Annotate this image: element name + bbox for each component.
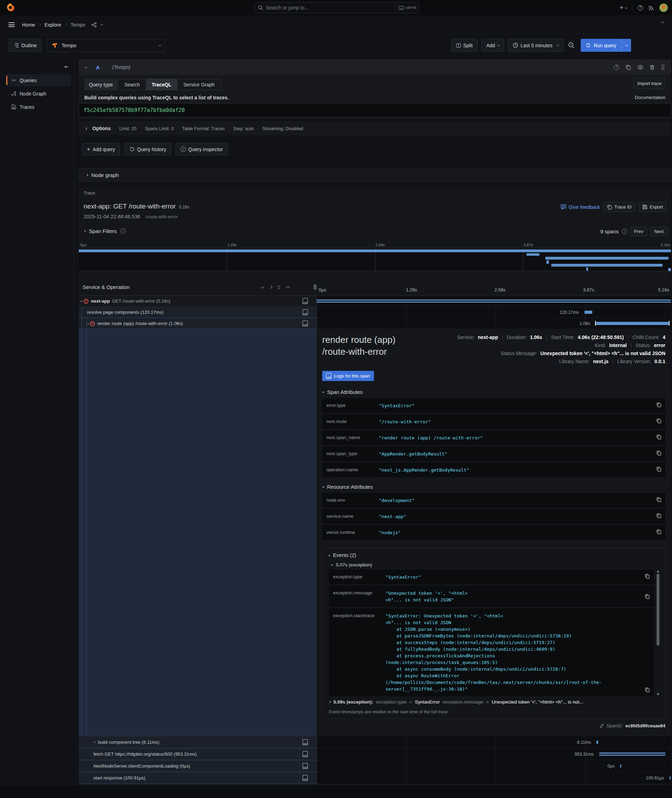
span-row-label[interactable]: render route (app) /route-with-error (1.… bbox=[79, 318, 317, 329]
copy-icon[interactable] bbox=[657, 418, 661, 423]
event-2-toggle[interactable]: 5.09s (exception): exception.type = Synt… bbox=[326, 696, 661, 706]
menu-icon[interactable] bbox=[8, 22, 15, 27]
import-trace-button[interactable]: Import trace bbox=[634, 78, 666, 89]
tab-traceql[interactable]: TraceQL bbox=[146, 79, 178, 90]
log-icon[interactable] bbox=[302, 751, 308, 757]
time-range-picker[interactable]: Last 5 minutes bbox=[508, 39, 563, 52]
trash-icon[interactable] bbox=[650, 65, 654, 70]
share-icon[interactable] bbox=[91, 22, 97, 28]
copy-icon[interactable] bbox=[645, 688, 650, 692]
query-options-row[interactable]: Options Limit: 20 Spans Limit: 3 Table F… bbox=[79, 122, 671, 135]
run-query-dropdown[interactable] bbox=[621, 39, 631, 52]
split-button[interactable]: Split bbox=[451, 39, 477, 52]
log-icon[interactable] bbox=[302, 763, 308, 769]
traceql-query-input[interactable]: f5c245afb507570b9f77a7bfba0daf20 bbox=[79, 103, 671, 117]
help-icon[interactable]: ? bbox=[614, 65, 619, 70]
scroll-down-icon[interactable] bbox=[657, 693, 659, 696]
copy-icon[interactable] bbox=[657, 513, 661, 518]
log-icon[interactable] bbox=[302, 309, 308, 315]
add-query-button[interactable]: + Add query bbox=[82, 143, 120, 155]
news-icon[interactable] bbox=[648, 5, 654, 11]
sidebar-item-traces[interactable]: Traces bbox=[6, 101, 71, 113]
drag-handle-icon[interactable] bbox=[661, 64, 665, 70]
sidebar-item-node-graph[interactable]: Node Graph bbox=[6, 88, 71, 100]
span-row-label[interactable]: resolve page components (120.17ms) bbox=[79, 307, 317, 318]
add-button[interactable]: Add bbox=[482, 39, 504, 52]
query-history-button[interactable]: Query history bbox=[125, 143, 171, 155]
new-menu-button[interactable]: + bbox=[619, 4, 627, 11]
minimap-bars[interactable] bbox=[79, 248, 671, 271]
span-attributes-toggle[interactable]: Span Attributes bbox=[322, 389, 666, 395]
node-graph-section[interactable]: Node graph bbox=[79, 168, 671, 182]
span-row-label[interactable]: NextNodeServer.clientComponentLoading (0… bbox=[79, 760, 317, 772]
eye-icon[interactable] bbox=[637, 65, 643, 70]
span-waterfall-cell[interactable]: 953.31ms bbox=[317, 748, 671, 760]
span-row-label[interactable]: build component tree (8.11ms) bbox=[79, 736, 317, 748]
breadcrumb-home[interactable]: Home bbox=[22, 22, 35, 28]
export-button[interactable]: Export bbox=[639, 202, 667, 212]
span-bar[interactable] bbox=[597, 740, 598, 744]
span-bar[interactable] bbox=[584, 311, 592, 314]
duplicate-icon[interactable] bbox=[626, 65, 631, 70]
span-row-label[interactable]: start response (100.91μs) bbox=[79, 772, 317, 784]
span-waterfall-cell[interactable]: 100.91μs bbox=[317, 772, 671, 784]
copy-icon[interactable] bbox=[645, 594, 650, 599]
collapse-one-icon[interactable] bbox=[261, 285, 264, 289]
span-waterfall-cell[interactable]: 0μs bbox=[317, 760, 671, 772]
events-scrollbar[interactable] bbox=[656, 570, 660, 696]
prev-button[interactable]: Prev bbox=[630, 227, 648, 236]
copy-icon[interactable] bbox=[657, 497, 661, 502]
next-button[interactable]: Next bbox=[650, 227, 667, 236]
event-1-toggle[interactable]: 5.07s (exception) bbox=[326, 561, 661, 569]
documentation-link[interactable]: Documentation bbox=[635, 95, 666, 101]
query-row-header[interactable]: A (Tempo) ? bbox=[79, 59, 671, 75]
span-filters-toggle[interactable]: Span Filters i bbox=[83, 228, 126, 234]
collapse-all-icon[interactable] bbox=[278, 285, 280, 289]
span-waterfall-cell[interactable]: 120.17ms bbox=[317, 307, 671, 318]
chevron-down-icon[interactable] bbox=[87, 322, 90, 324]
copy-icon[interactable] bbox=[657, 467, 661, 472]
span-row-label[interactable]: next-app GET /route-with-error (5.16s) bbox=[79, 296, 317, 307]
span-waterfall-cell[interactable]: 1.06s bbox=[317, 318, 671, 329]
tab-search[interactable]: Search bbox=[118, 79, 146, 90]
copy-icon[interactable] bbox=[645, 574, 650, 579]
log-icon[interactable] bbox=[302, 298, 308, 304]
copy-icon[interactable] bbox=[657, 451, 661, 456]
search-input[interactable] bbox=[266, 5, 392, 11]
help-icon[interactable]: ? bbox=[638, 5, 643, 11]
span-bar[interactable] bbox=[620, 764, 621, 768]
run-query-button[interactable]: Run query bbox=[581, 39, 631, 52]
span-bar[interactable] bbox=[599, 753, 665, 756]
avatar[interactable] bbox=[659, 3, 668, 12]
chevron-down-icon[interactable] bbox=[101, 23, 103, 26]
span-bar[interactable] bbox=[317, 299, 671, 302]
grafana-logo-icon[interactable] bbox=[6, 3, 15, 12]
logs-for-span-button[interactable]: Logs for this span bbox=[322, 371, 374, 381]
breadcrumb-explore[interactable]: Explore bbox=[45, 22, 61, 28]
events-toggle[interactable]: Events (2) bbox=[326, 551, 661, 561]
copy-icon[interactable] bbox=[657, 402, 661, 407]
log-icon[interactable] bbox=[302, 775, 308, 781]
span-waterfall-cell[interactable]: 8.11ms bbox=[317, 736, 671, 748]
sidebar-item-queries[interactable]: <> Queries bbox=[6, 74, 71, 86]
trace-id-button[interactable]: Trace ID bbox=[603, 202, 635, 212]
copy-icon[interactable] bbox=[657, 529, 661, 534]
collapse-sidebar-icon[interactable]: ⇤ bbox=[64, 64, 69, 70]
span-bar[interactable] bbox=[670, 776, 670, 779]
query-inspector-button[interactable]: i Query inspector bbox=[176, 143, 228, 155]
zoom-out-icon[interactable] bbox=[568, 42, 575, 49]
scrollbar-thumb[interactable] bbox=[657, 574, 659, 646]
search-bar[interactable]: ctrl+k bbox=[254, 2, 419, 13]
column-resize-handle[interactable] bbox=[314, 285, 316, 289]
outline-button[interactable]: Outline bbox=[9, 39, 42, 52]
give-feedback-link[interactable]: Give feedback bbox=[561, 204, 600, 210]
expand-one-icon[interactable] bbox=[269, 285, 272, 289]
copy-icon[interactable] bbox=[657, 435, 661, 440]
datasource-picker[interactable]: Tempo bbox=[47, 39, 165, 52]
chevron-right-icon[interactable] bbox=[93, 741, 96, 744]
log-icon[interactable] bbox=[302, 739, 308, 745]
resource-attributes-toggle[interactable]: Resource Attributes bbox=[322, 484, 666, 490]
span-bar[interactable] bbox=[596, 322, 669, 325]
span-row-label[interactable]: fetch GET https://httpbin.org/status/500… bbox=[79, 748, 317, 760]
span-waterfall-cell[interactable] bbox=[317, 296, 671, 307]
